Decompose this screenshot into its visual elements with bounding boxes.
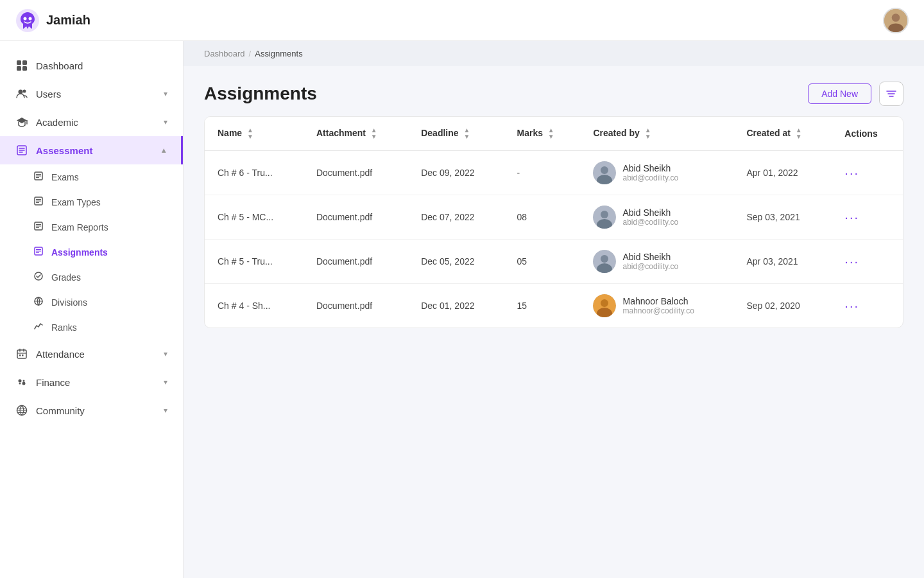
- sidebar-item-finance[interactable]: Finance ▾: [0, 368, 183, 396]
- cell-attachment: Document.pdf: [304, 240, 408, 284]
- main-content: Dashboard / Assignments Assignments Add …: [184, 41, 924, 578]
- assignments-table: Name ▲▼ Attachment ▲▼ Deadline ▲▼ Mark: [205, 117, 903, 328]
- sidebar-item-assessment[interactable]: Assessment ▴: [0, 136, 183, 164]
- cell-deadline: Dec 09, 2022: [408, 151, 504, 195]
- grades-icon: [33, 271, 44, 283]
- sidebar-label-community: Community: [36, 405, 85, 416]
- sidebar-label-exam-types: Exam Types: [51, 197, 101, 207]
- logo: Jamiah: [15, 8, 90, 33]
- breadcrumb: Dashboard / Assignments: [184, 41, 924, 66]
- assessment-chevron: ▴: [162, 146, 166, 155]
- row-actions-button[interactable]: ···: [844, 166, 859, 180]
- sidebar-subitem-assignments[interactable]: Assignments: [0, 240, 183, 265]
- svg-rect-39: [19, 355, 21, 356]
- attendance-icon: [15, 347, 28, 360]
- filter-icon: [886, 88, 897, 100]
- col-created-at[interactable]: Created at ▲▼: [733, 117, 832, 151]
- svg-rect-7: [22, 60, 27, 65]
- sort-deadline-icon: ▲▼: [463, 127, 470, 140]
- cell-created-at: Sep 03, 2021: [733, 195, 832, 240]
- sort-attachment-icon: ▲▼: [371, 127, 377, 140]
- cell-attachment: Document.pdf: [304, 195, 408, 240]
- divisions-icon: [33, 296, 44, 308]
- sidebar-item-community[interactable]: Community ▾: [0, 396, 183, 425]
- sort-marks-icon: ▲▼: [548, 127, 554, 140]
- finance-icon: [15, 376, 28, 389]
- svg-point-2: [29, 17, 32, 20]
- user-avatar[interactable]: [883, 8, 909, 33]
- cell-name: Ch # 6 - Tru...: [205, 151, 304, 195]
- col-actions: Actions: [832, 117, 903, 151]
- breadcrumb-current: Assignments: [255, 49, 302, 58]
- sidebar-label-assessment: Assessment: [36, 145, 92, 156]
- creator-email: abid@codility.co: [622, 173, 678, 182]
- cell-marks: 15: [504, 284, 581, 328]
- cell-actions: ···: [832, 284, 903, 328]
- community-icon: [15, 404, 28, 417]
- svg-point-1: [24, 17, 27, 20]
- cell-created-by: Abid Sheikh abid@codility.co: [580, 240, 733, 284]
- table-header-row: Name ▲▼ Attachment ▲▼ Deadline ▲▼ Mark: [205, 117, 903, 151]
- attendance-chevron: ▾: [164, 349, 167, 358]
- community-chevron: ▾: [164, 406, 167, 415]
- svg-point-44: [23, 380, 25, 382]
- creator-email: abid@codility.co: [622, 218, 678, 227]
- filter-button[interactable]: [879, 82, 903, 106]
- sidebar-subitem-exams[interactable]: Exams: [0, 164, 183, 189]
- svg-point-53: [601, 166, 608, 174]
- svg-rect-40: [22, 355, 24, 356]
- sidebar-subitem-exam-types[interactable]: Exam Types: [0, 189, 183, 215]
- page-header: Assignments Add New: [184, 66, 924, 116]
- row-actions-button[interactable]: ···: [844, 254, 859, 269]
- sidebar-subitem-grades[interactable]: Grades: [0, 265, 183, 290]
- avatar: [593, 294, 616, 317]
- col-name[interactable]: Name ▲▼: [205, 117, 304, 151]
- app-name: Jamiah: [46, 13, 90, 28]
- breadcrumb-parent[interactable]: Dashboard: [204, 49, 245, 58]
- svg-point-4: [892, 13, 900, 22]
- cell-name: Ch # 4 - Sh...: [205, 284, 304, 328]
- col-created-by[interactable]: Created by ▲▼: [580, 117, 733, 151]
- academic-icon: [15, 116, 28, 128]
- dashboard-icon: [15, 59, 28, 72]
- creator-name: Mahnoor Baloch: [622, 296, 694, 306]
- sidebar-label-academic: Academic: [36, 117, 78, 128]
- svg-rect-8: [17, 66, 21, 71]
- cell-attachment: Document.pdf: [304, 151, 408, 195]
- exam-types-icon: [33, 196, 44, 208]
- sort-createdat-icon: ▲▼: [796, 127, 802, 140]
- logo-icon: [15, 8, 40, 33]
- sidebar-label-finance: Finance: [36, 377, 70, 388]
- sidebar-label-divisions: Divisions: [51, 297, 87, 308]
- sidebar-item-users[interactable]: Users ▾: [0, 80, 183, 108]
- svg-point-43: [19, 383, 21, 385]
- sidebar-item-dashboard[interactable]: Dashboard: [0, 51, 183, 80]
- cell-created-by: Abid Sheikh abid@codility.co: [580, 151, 733, 195]
- assessment-icon: [15, 144, 28, 157]
- cell-actions: ···: [832, 195, 903, 240]
- ranks-icon: [33, 321, 44, 333]
- sidebar-label-attendance: Attendance: [36, 349, 85, 360]
- cell-created-by: Abid Sheikh abid@codility.co: [580, 195, 733, 240]
- col-attachment[interactable]: Attachment ▲▼: [304, 117, 408, 151]
- assignments-sub-icon: [33, 246, 44, 258]
- col-marks[interactable]: Marks ▲▼: [504, 117, 581, 151]
- add-new-button[interactable]: Add New: [808, 83, 871, 104]
- svg-point-5: [888, 23, 903, 33]
- sidebar-item-academic[interactable]: Academic ▾: [0, 108, 183, 136]
- svg-point-62: [601, 299, 608, 307]
- sidebar-label-ranks: Ranks: [51, 322, 77, 333]
- col-deadline[interactable]: Deadline ▲▼: [408, 117, 504, 151]
- creator-name: Abid Sheikh: [622, 252, 678, 262]
- cell-deadline: Dec 05, 2022: [408, 240, 504, 284]
- svg-rect-35: [17, 350, 26, 358]
- sidebar-subitem-exam-reports[interactable]: Exam Reports: [0, 215, 183, 240]
- row-actions-button[interactable]: ···: [844, 210, 859, 225]
- row-actions-button[interactable]: ···: [844, 299, 859, 313]
- avatar: [593, 250, 616, 273]
- sidebar-item-attendance[interactable]: Attendance ▾: [0, 340, 183, 368]
- sidebar-subitem-divisions[interactable]: Divisions: [0, 290, 183, 315]
- breadcrumb-separator: /: [249, 49, 252, 58]
- table-row: Ch # 4 - Sh... Document.pdf Dec 01, 2022…: [205, 284, 903, 328]
- sidebar-subitem-ranks[interactable]: Ranks: [0, 315, 183, 340]
